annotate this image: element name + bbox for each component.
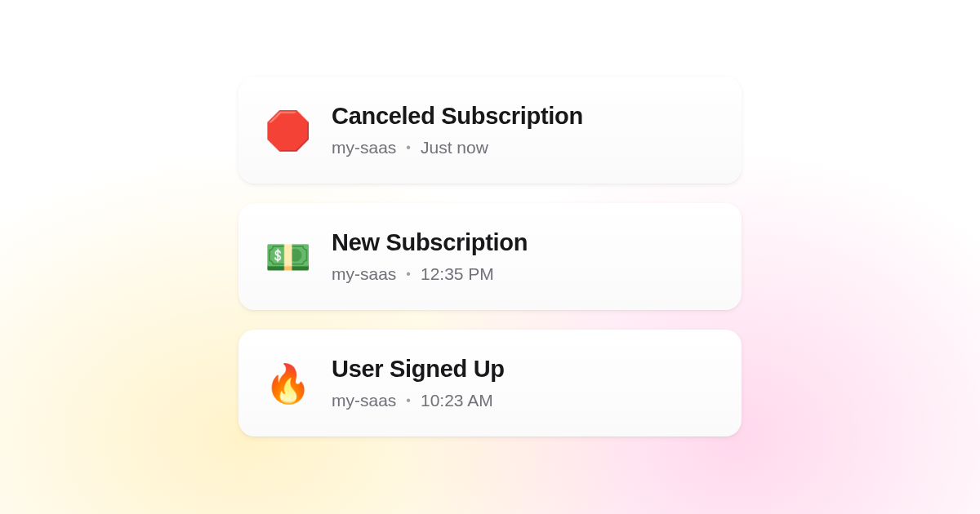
notification-timestamp: Just now: [421, 138, 488, 157]
notification-timestamp: 10:23 AM: [421, 391, 493, 410]
notification-card[interactable]: 💵 New Subscription my-saas • 12:35 PM: [238, 203, 742, 310]
notification-meta: my-saas • 12:35 PM: [332, 264, 528, 284]
meta-separator: •: [406, 140, 411, 155]
notification-list: 🛑 Canceled Subscription my-saas • Just n…: [238, 77, 742, 436]
notification-title: New Subscription: [332, 229, 528, 256]
notification-meta: my-saas • Just now: [332, 138, 583, 157]
meta-separator: •: [406, 267, 411, 281]
notification-title: Canceled Subscription: [332, 103, 583, 130]
notification-timestamp: 12:35 PM: [421, 264, 494, 284]
notification-project: my-saas: [332, 391, 396, 410]
notification-card[interactable]: 🛑 Canceled Subscription my-saas • Just n…: [238, 77, 742, 184]
notification-meta: my-saas • 10:23 AM: [332, 391, 505, 410]
money-icon: 💵: [266, 236, 309, 278]
meta-separator: •: [406, 393, 411, 408]
fire-icon: 🔥: [266, 362, 309, 405]
notification-content: User Signed Up my-saas • 10:23 AM: [332, 356, 505, 410]
stop-sign-icon: 🛑: [266, 109, 309, 152]
notification-content: Canceled Subscription my-saas • Just now: [332, 103, 583, 157]
notification-project: my-saas: [332, 138, 396, 157]
notification-card[interactable]: 🔥 User Signed Up my-saas • 10:23 AM: [238, 330, 742, 436]
notification-title: User Signed Up: [332, 356, 505, 383]
notification-content: New Subscription my-saas • 12:35 PM: [332, 229, 528, 284]
notification-project: my-saas: [332, 264, 396, 284]
